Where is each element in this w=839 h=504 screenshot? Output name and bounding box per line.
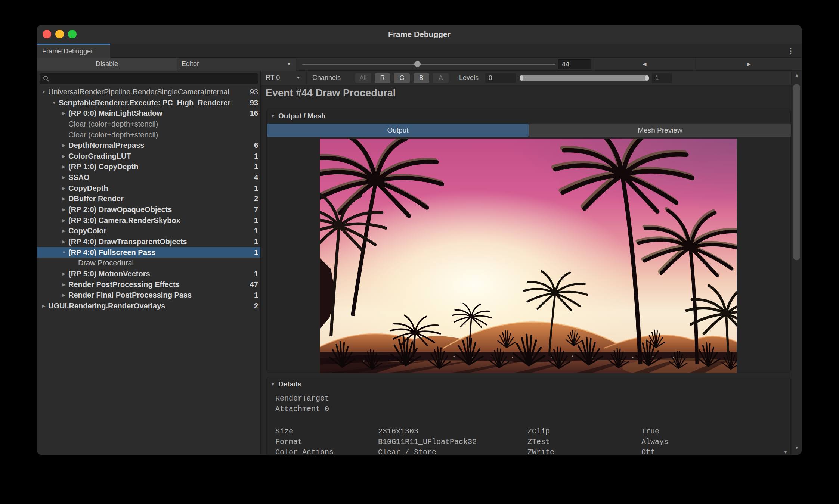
frame-slider-handle[interactable]: [414, 61, 421, 67]
event-tree-panel: ▼UniversalRenderPipeline.RenderSingleCam…: [37, 71, 261, 455]
levels-min-field[interactable]: 0: [485, 73, 516, 83]
expand-arrow-icon[interactable]: ▶: [60, 225, 68, 236]
tree-row-label: (RP 0:0) MainLightShadow: [68, 108, 162, 119]
tree-row[interactable]: ▶(RP 1:0) CopyDepth1: [37, 161, 261, 172]
tree-row-label: UniversalRenderPipeline.RenderSingleCame…: [48, 87, 229, 97]
details-attachment: Attachment 0: [275, 405, 329, 413]
levels-range-slider[interactable]: [520, 75, 649, 81]
details-header-label: Details: [278, 379, 301, 389]
collapse-arrow-icon[interactable]: ▼: [50, 97, 58, 108]
tab-frame-debugger[interactable]: Frame Debugger: [37, 44, 110, 58]
expand-arrow-icon[interactable]: ▶: [60, 172, 68, 183]
tree-row[interactable]: ▶ColorGradingLUT1: [37, 151, 261, 162]
scrollbar-thumb[interactable]: [793, 84, 800, 260]
tree-row-count: 1: [254, 151, 258, 162]
tree-row[interactable]: ▶(RP 3:0) Camera.RenderSkybox1: [37, 215, 261, 226]
tree-row-label: Clear (color+depth+stencil): [68, 119, 158, 130]
tree-row-count: 1: [254, 161, 258, 172]
expand-arrow-icon[interactable]: ▶: [60, 193, 68, 204]
tree-row[interactable]: ▶CopyDepth1: [37, 183, 261, 194]
event-tree: ▼UniversalRenderPipeline.RenderSingleCam…: [37, 87, 261, 311]
tree-row[interactable]: ▶DBuffer Render2: [37, 193, 261, 204]
titlebar: Frame Debugger: [37, 25, 802, 44]
tree-row-label: Render Final PostProcessing Pass: [68, 290, 192, 301]
tree-row[interactable]: ▶(RP 0:0) MainLightShadow16: [37, 108, 261, 119]
tree-row-label: Draw Procedural: [78, 258, 134, 268]
tree-row[interactable]: ▼ScriptableRenderer.Execute: PC_High_Ren…: [37, 97, 261, 108]
search-input[interactable]: [52, 74, 256, 84]
tree-row[interactable]: ▶Render PostProcessing Effects47: [37, 279, 261, 290]
tree-row[interactable]: ▶CopyColor1: [37, 225, 261, 236]
tab-mesh-preview[interactable]: Mesh Preview: [529, 124, 791, 137]
expand-arrow-icon[interactable]: ▶: [60, 268, 68, 279]
tab-label: Frame Debugger: [42, 47, 93, 55]
channel-button-b[interactable]: B: [414, 73, 429, 83]
event-detail-panel: RT 0 ▼ Channels AllRGBA Levels 0 1 ▲ ▼ E: [261, 71, 802, 455]
tree-row-count: 1: [254, 247, 258, 258]
next-frame-button[interactable]: ▶: [696, 58, 802, 71]
output-mesh-section: ▼ Output / Mesh Output Mesh Preview: [266, 109, 791, 373]
channel-button-all[interactable]: All: [355, 73, 371, 83]
tree-row[interactable]: Clear (color+depth+stencil): [37, 130, 261, 140]
expand-arrow-icon[interactable]: ▶: [60, 204, 68, 215]
channel-button-a[interactable]: A: [433, 73, 449, 83]
collapse-arrow-icon[interactable]: ▼: [60, 247, 68, 258]
left-arrow-icon: ◀: [643, 61, 647, 67]
levels-slider-min-handle[interactable]: [520, 75, 523, 81]
details-key: Size: [275, 427, 293, 436]
expand-arrow-icon[interactable]: ▶: [60, 279, 68, 290]
render-target-dropdown[interactable]: RT 0 ▼: [261, 71, 307, 85]
tree-row-label: ScriptableRenderer.Execute: PC_High_Rend…: [59, 97, 230, 108]
tree-row[interactable]: ▼(RP 4:0) Fullscreen Pass1: [37, 247, 261, 258]
tree-row[interactable]: ▶UGUI.Rendering.RenderOverlays2: [37, 301, 261, 311]
frame-slider-track[interactable]: [302, 64, 555, 65]
tree-row-count: 1: [254, 236, 258, 247]
scroll-down-icon[interactable]: ▼: [792, 445, 802, 450]
expand-arrow-icon[interactable]: ▶: [60, 140, 68, 151]
expand-arrow-icon[interactable]: ▶: [60, 236, 68, 247]
tree-row[interactable]: ▶Render Final PostProcessing Pass1: [37, 290, 261, 301]
search-box[interactable]: [40, 73, 258, 84]
levels-label: Levels: [459, 71, 479, 85]
tree-row[interactable]: Draw Procedural: [37, 258, 261, 268]
tree-row-label: DBuffer Render: [68, 193, 124, 204]
target-dropdown[interactable]: Editor ▼: [177, 58, 296, 71]
expand-arrow-icon[interactable]: ▶: [60, 161, 68, 172]
tree-row-label: (RP 4:0) Fullscreen Pass: [68, 247, 155, 258]
tree-row[interactable]: ▶DepthNormalPrepass6: [37, 140, 261, 151]
expand-arrow-icon[interactable]: ▶: [60, 215, 68, 226]
expand-arrow-icon[interactable]: ▶: [60, 290, 68, 301]
levels-slider-max-handle[interactable]: [645, 75, 649, 81]
tree-row[interactable]: Clear (color+depth+stencil): [37, 119, 261, 130]
tree-row[interactable]: ▼UniversalRenderPipeline.RenderSingleCam…: [37, 87, 261, 97]
frame-number-field[interactable]: 44: [558, 59, 591, 69]
expand-arrow-icon[interactable]: ▶: [60, 151, 68, 162]
vertical-scrollbar[interactable]: ▲ ▼: [791, 71, 802, 454]
render-target-toolbar: RT 0 ▼ Channels AllRGBA Levels 0 1: [261, 71, 802, 85]
details-value: B10G11R11_UFloatPack32: [378, 438, 477, 446]
channel-button-r[interactable]: R: [375, 73, 390, 83]
collapse-arrow-icon[interactable]: ▼: [40, 87, 47, 97]
scroll-up-icon[interactable]: ▲: [792, 73, 802, 77]
tree-row-count: 2: [254, 193, 258, 204]
disable-button[interactable]: Disable: [37, 58, 177, 71]
expand-arrow-icon[interactable]: ▶: [40, 301, 47, 311]
scroll-down-icon[interactable]: ▼: [783, 449, 788, 455]
tree-row-count: 47: [250, 279, 258, 290]
tree-row[interactable]: ▶(RP 4:0) DrawTransparentObjects1: [37, 236, 261, 247]
channel-button-g[interactable]: G: [394, 73, 410, 83]
render-target-dropdown-label: RT 0: [266, 74, 280, 81]
tree-row[interactable]: ▶SSAO4: [37, 172, 261, 183]
tab-output[interactable]: Output: [267, 124, 529, 137]
tree-row[interactable]: ▶(RP 2:0) DrawOpaqueObjects7: [37, 204, 261, 215]
kebab-menu-icon[interactable]: ⋮: [786, 46, 796, 56]
tree-row-label: Render PostProcessing Effects: [68, 279, 180, 290]
previous-frame-button[interactable]: ◀: [594, 58, 696, 71]
expand-arrow-icon[interactable]: ▶: [60, 183, 68, 194]
tree-row[interactable]: ▶(RP 5:0) MotionVectors1: [37, 268, 261, 279]
expand-arrow-icon[interactable]: ▶: [60, 108, 68, 119]
tree-row-label: Clear (color+depth+stencil): [68, 130, 158, 140]
tree-row-label: SSAO: [68, 172, 90, 183]
details-value: True: [641, 427, 659, 436]
levels-max-field[interactable]: 1: [652, 73, 672, 83]
